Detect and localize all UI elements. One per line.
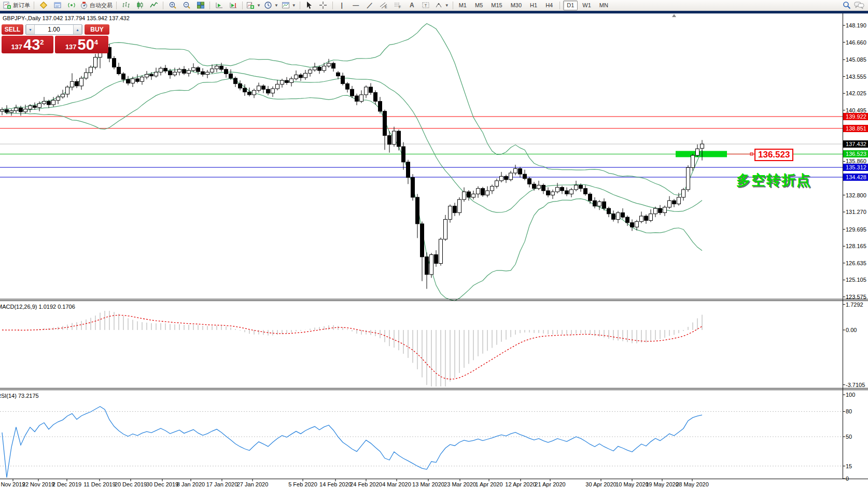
price-badge: 134.428 <box>843 174 868 181</box>
svg-text:T: T <box>425 3 427 8</box>
buy-button[interactable]: BUY <box>85 24 109 35</box>
date-tick-label: 24 Feb 2020 <box>350 481 382 487</box>
chevron-down-icon: ▼ <box>445 3 449 8</box>
price-annotation-box[interactable]: 136.523 <box>754 149 793 161</box>
cursor-button[interactable] <box>302 1 316 10</box>
search-icon[interactable] <box>843 1 851 9</box>
price-tick-label: 148.190 <box>846 22 866 28</box>
toolbar-separator <box>209 2 210 9</box>
date-tick-label: 21 Apr 2020 <box>535 481 565 487</box>
sell-price-display[interactable]: 137432 <box>2 36 53 53</box>
timeframe-button-M5[interactable]: M5 <box>471 1 486 10</box>
buy-price-display[interactable]: 137504 <box>55 36 108 53</box>
fibonacci-icon: F <box>394 1 402 9</box>
chevron-up-icon: ▲ <box>76 28 79 32</box>
templates-button[interactable]: ▼ <box>280 1 298 10</box>
auto-scroll-button[interactable] <box>212 1 226 10</box>
new-order-label: 新订单 <box>13 2 30 9</box>
vertical-line-button[interactable]: | <box>335 1 349 10</box>
auto-trading-icon <box>80 1 88 9</box>
buy-price-big: 50 <box>78 37 94 52</box>
cursor-icon <box>305 1 313 9</box>
macd-label: MACD(12,26,9) 1.0192 0.1706 <box>0 304 75 310</box>
date-tick-label: 20 Dec 2019 <box>115 481 147 487</box>
macd-tick-label: -3.7105 <box>846 382 865 388</box>
volume-increase-button[interactable]: ▲ <box>73 25 82 34</box>
bollinger-bands-layer <box>2 24 702 301</box>
signal-button[interactable] <box>64 1 78 10</box>
horizontal-line-button[interactable]: — <box>349 1 363 10</box>
market-watch-button[interactable] <box>36 1 50 10</box>
panel-separator[interactable] <box>0 299 868 299</box>
text-label-button[interactable]: T <box>419 1 433 10</box>
volume-input[interactable]: 1.00 <box>35 25 73 34</box>
chart-shift-icon <box>229 1 237 9</box>
crosshair-button[interactable] <box>316 1 330 10</box>
chevron-down-icon: ▼ <box>29 28 32 32</box>
text-button[interactable]: A <box>405 1 419 10</box>
bar-chart-button[interactable] <box>119 1 133 10</box>
chat-icon[interactable] <box>854 1 864 9</box>
zoom-in-button[interactable] <box>165 1 179 10</box>
toolbar-separator <box>116 2 117 9</box>
data-window-button[interactable] <box>50 1 64 10</box>
price-axis-border <box>843 13 843 479</box>
date-tick-label: 30 Dec 2019 <box>146 481 178 487</box>
timeframe-button-D1[interactable]: D1 <box>563 1 578 10</box>
auto-trading-button[interactable]: 自动交易 <box>78 1 114 10</box>
price-tick-label: 132.800 <box>846 192 866 198</box>
zoom-out-button[interactable] <box>179 1 193 10</box>
sell-button[interactable]: SELL <box>2 24 23 35</box>
cjk-annotation[interactable]: 多空转折点 <box>736 171 811 190</box>
trendline-button[interactable]: ／ <box>363 1 377 10</box>
price-badge: 137.432 <box>843 140 868 148</box>
timeframe-button-MN[interactable]: MN <box>596 1 612 10</box>
price-tick-label: 142.025 <box>846 90 866 96</box>
timeframe-toolbar: M1M5M15M30H1H4D1W1MN <box>455 1 612 10</box>
tile-windows-icon <box>197 1 205 9</box>
chart-shift-button[interactable] <box>226 1 240 10</box>
channel-button[interactable]: E <box>377 1 391 10</box>
panel-separator[interactable] <box>0 390 868 390</box>
timeframe-button-H4[interactable]: H4 <box>542 1 556 10</box>
panel-separator[interactable] <box>0 300 868 301</box>
new-order-button[interactable]: 新订单 <box>2 1 32 10</box>
date-tick-label: 12 Apr 2020 <box>505 481 536 487</box>
panel-separator[interactable] <box>0 388 868 389</box>
timeframe-button-H1[interactable]: H1 <box>526 1 541 10</box>
date-tick-label: 13 Mar 2020 <box>412 481 444 487</box>
toolbar-separator <box>332 2 333 9</box>
candlestick-chart-button[interactable] <box>133 1 147 10</box>
date-tick-label: 11 Dec 2019 <box>83 481 116 487</box>
rsi-tick-label: 80 <box>846 408 852 414</box>
tile-windows-button[interactable] <box>193 1 207 10</box>
price-tick-label: 126.635 <box>846 260 866 266</box>
new-order-icon <box>3 1 11 9</box>
vertical-line-icon: | <box>341 2 343 9</box>
date-axis-border <box>0 479 868 479</box>
volume-decrease-button[interactable]: ▼ <box>26 25 35 34</box>
indicators-button[interactable]: ▼ <box>245 1 262 10</box>
toolbar: 新订单 自动交易 ▼ ▼ <box>0 0 868 11</box>
date-tick-label: 17 Jan 2020 <box>206 481 238 487</box>
line-chart-icon <box>150 1 158 9</box>
timeframe-button-M30[interactable]: M30 <box>507 1 525 10</box>
toolbar-right <box>843 1 866 9</box>
periods-button[interactable]: ▼ <box>262 1 280 10</box>
timeframe-button-M1[interactable]: M1 <box>455 1 470 10</box>
timeframe-button-M15[interactable]: M15 <box>487 1 506 10</box>
rsi-layer <box>0 407 843 478</box>
line-chart-button[interactable] <box>147 1 161 10</box>
fibonacci-button[interactable]: F <box>391 1 405 10</box>
macd-tick-label: 0.00 <box>846 327 857 333</box>
date-tick-label: 30 Apr 2020 <box>585 481 616 487</box>
date-tick-label: 5 Feb 2020 <box>288 481 317 487</box>
signal-icon <box>67 1 76 9</box>
candles-layer <box>1 38 704 289</box>
indicators-icon <box>246 1 255 9</box>
arrows-button[interactable]: ▼ <box>433 1 451 10</box>
price-tick-label: 128.165 <box>846 243 866 249</box>
chevron-down-icon: ▼ <box>292 3 296 8</box>
timeframe-button-W1[interactable]: W1 <box>579 1 595 10</box>
price-tick-label: 140.495 <box>846 107 866 113</box>
